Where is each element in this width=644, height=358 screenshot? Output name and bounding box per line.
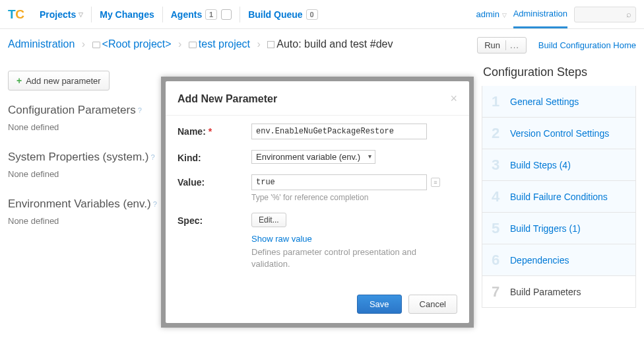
top-nav: TC Projects▽ My Changes Agents 1 Build Q… [0, 0, 644, 29]
svg-text:C: C [15, 7, 24, 21]
help-icon[interactable]: ? [151, 153, 155, 161]
modal-body: Name: * Kind: Environment variable (env.… [166, 116, 469, 289]
nav-items: Projects▽ My Changes Agents 1 Build Queu… [34, 7, 323, 22]
edit-spec-button[interactable]: Edit... [251, 213, 286, 227]
nav-right: admin ▽ Administration ⌕ [476, 1, 636, 28]
search-icon: ⌕ [626, 9, 631, 19]
breadcrumb-right: Run... Build Configuration Home [477, 37, 636, 54]
nav-projects[interactable]: Projects▽ [34, 7, 88, 22]
plus-icon: + [16, 75, 22, 86]
value-input[interactable] [251, 174, 427, 190]
cancel-button[interactable]: Cancel [408, 295, 457, 314]
nav-build-queue[interactable]: Build Queue 0 [243, 7, 323, 22]
help-icon[interactable]: ? [138, 106, 142, 114]
nav-agents[interactable]: Agents 1 [166, 7, 237, 22]
kind-select[interactable]: Environment variable (env.) [251, 150, 375, 164]
step-dependencies[interactable]: 6Dependencies [482, 244, 636, 276]
svg-text:T: T [8, 7, 16, 21]
modal-footer: Save Cancel [166, 287, 469, 323]
value-label: Value: [177, 174, 251, 188]
help-icon[interactable]: ? [153, 200, 157, 208]
step-vcs-settings[interactable]: 2Version Control Settings [482, 118, 636, 149]
config-steps-title: Configuration Steps [482, 65, 636, 79]
modal-title: Add New Parameter [177, 93, 450, 105]
step-build-triggers[interactable]: 5Build Triggers (1) [482, 213, 636, 244]
crumb-root[interactable]: <Root project> [102, 38, 172, 50]
value-helper-icon[interactable]: ≡ [431, 178, 440, 187]
agents-status-icon [221, 9, 232, 20]
close-icon[interactable]: × [450, 92, 457, 106]
save-button[interactable]: Save [357, 295, 402, 314]
agents-count-badge: 1 [205, 9, 217, 20]
chevron-down-icon: ▽ [79, 11, 83, 18]
breadcrumb: Administration › <Root project> › test p… [8, 37, 477, 52]
user-link[interactable]: admin ▽ [476, 9, 507, 19]
crumb-project[interactable]: test project [199, 38, 250, 50]
add-parameter-modal: Add New Parameter × Name: * Kind: Enviro… [166, 81, 469, 323]
name-label: Name: * [177, 124, 251, 137]
build-config-icon [267, 41, 274, 48]
show-raw-link[interactable]: Show raw value [251, 234, 457, 244]
kind-label: Kind: [177, 150, 251, 163]
folder-icon [189, 42, 197, 48]
right-column: Configuration Steps 1General Settings 2V… [482, 57, 636, 308]
logo[interactable]: TC [8, 6, 25, 23]
queue-count-badge: 0 [306, 9, 318, 20]
step-build-steps[interactable]: 3Build Steps (4) [482, 149, 636, 181]
step-failure-conditions[interactable]: 4Build Failure Conditions [482, 181, 636, 213]
value-hint: Type '%' for reference completion [251, 193, 457, 202]
crumb-administration[interactable]: Administration [8, 38, 75, 50]
add-parameter-button[interactable]: + Add new parameter [8, 71, 110, 90]
administration-link[interactable]: Administration [513, 9, 567, 28]
modal-header: Add New Parameter × [166, 81, 469, 116]
step-build-parameters[interactable]: 7Build Parameters [482, 276, 636, 308]
crumb-build: Auto: build and test #dev [276, 38, 393, 50]
search-input[interactable]: ⌕ [574, 7, 636, 22]
nav-my-changes[interactable]: My Changes [94, 7, 159, 22]
chevron-down-icon: ▽ [502, 12, 507, 18]
build-config-home-link[interactable]: Build Configuration Home [538, 40, 636, 50]
spec-label: Spec: [177, 213, 251, 226]
name-input[interactable] [251, 124, 427, 139]
breadcrumb-row: Administration › <Root project> › test p… [0, 29, 644, 57]
spec-description: Defines parameter control presentation a… [251, 246, 457, 270]
run-more[interactable]: ... [505, 40, 519, 50]
step-general-settings[interactable]: 1General Settings [482, 86, 636, 118]
run-button[interactable]: Run... [477, 37, 527, 54]
folder-icon [92, 42, 100, 48]
